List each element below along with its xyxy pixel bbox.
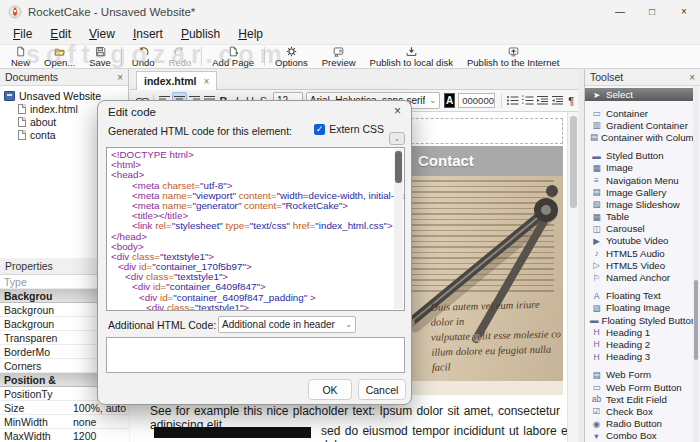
open-folder-icon: [53, 46, 66, 57]
toolset-scrollbar[interactable]: [693, 86, 699, 442]
toolbar-separator: [201, 47, 202, 66]
toolbar-redo-button[interactable]: Redo: [162, 45, 199, 68]
menu-view[interactable]: View: [80, 25, 124, 43]
menu-insert[interactable]: Insert: [124, 25, 172, 43]
toolset-item-heading-1[interactable]: H Heading 1: [585, 326, 693, 338]
text-color-swatch[interactable]: A: [444, 93, 455, 108]
maximize-button[interactable]: □: [636, 0, 668, 23]
floating-styled-button-icon: ▬: [590, 315, 599, 325]
toolset-item-styled-button[interactable]: ▬ Styled Button: [585, 150, 693, 162]
code-line: </head>: [111, 232, 392, 242]
checkbox-checked-icon[interactable]: ✓: [314, 124, 325, 135]
toolbar-options-button[interactable]: Options: [268, 45, 315, 68]
toolset-item-web-form[interactable]: ▤ Web Form: [585, 369, 693, 381]
pilcrow-button[interactable]: ¶: [565, 92, 578, 110]
tab-index-html[interactable]: index.html ×: [136, 71, 217, 90]
toolset-item-check-box[interactable]: ☑ Check Box: [585, 405, 693, 417]
menu-publish[interactable]: Publish: [172, 25, 229, 43]
toolset-item-named-anchor[interactable]: ⚐ Named Anchor: [585, 271, 693, 283]
toolbar-add-page-button[interactable]: Add Page: [205, 45, 261, 68]
minimize-button[interactable]: —: [604, 0, 636, 23]
numbered-list-icon: [521, 95, 534, 106]
additional-code-textarea[interactable]: [106, 337, 405, 373]
toolset-item-carousel[interactable]: ◫ Carousel: [585, 223, 693, 235]
redo-icon: [173, 46, 186, 57]
body-paragraph-line2[interactable]: sed do eiusmod tempor incididunt ut labo…: [321, 424, 571, 442]
toolbar-publish-internet-button[interactable]: Publish to the Internet: [460, 45, 566, 68]
toolset-item-navigation-menu[interactable]: ≡ Navigation Menu: [585, 174, 693, 186]
toolset-item-container-with-columns[interactable]: ▤ Container with Columns: [585, 131, 693, 143]
toolbar-open-button[interactable]: Open...: [37, 45, 82, 68]
additional-code-select[interactable]: Additional code in header ⌄: [218, 316, 356, 333]
tab-close-icon[interactable]: ×: [204, 76, 210, 87]
radio-button-icon: ◉: [590, 419, 603, 429]
bullet-list-button[interactable]: [505, 92, 520, 110]
youtube-video-icon: ▶: [590, 236, 603, 246]
generated-code-view[interactable]: <!DOCTYPE html><html><head><meta charset…: [106, 147, 405, 311]
gradient-container-icon: ▥: [590, 120, 603, 130]
extern-css-checkbox[interactable]: ✓ Extern CSS: [314, 123, 384, 135]
property-row[interactable]: MinWidth none: [0, 415, 129, 429]
toolset-item-image-slideshow[interactable]: ▧ Image Slideshow: [585, 198, 693, 210]
scrollbar-thumb[interactable]: [694, 280, 698, 360]
toolset-item-select[interactable]: ➤ Select: [585, 88, 693, 101]
numbered-list-button[interactable]: [520, 92, 535, 110]
dark-highlight-bar[interactable]: [154, 427, 311, 438]
documents-close-icon[interactable]: ×: [117, 72, 123, 83]
color-hex-field[interactable]: 000000: [458, 93, 495, 108]
code-scrollbar[interactable]: [394, 149, 403, 309]
toolset-item-floating-text[interactable]: A Floating Text: [585, 290, 693, 302]
heading2-icon: H: [590, 339, 603, 349]
menu-help[interactable]: Help: [229, 25, 272, 43]
code-options-mini-button[interactable]: ⌄: [389, 132, 405, 145]
property-row[interactable]: MaxWidth 1200: [0, 429, 129, 442]
toolbar-new-button[interactable]: New: [4, 45, 37, 68]
toolset-item-html5-video[interactable]: ▷ HTML5 Video: [585, 259, 693, 271]
toolbar-publish-local-button[interactable]: Publish to local disk: [363, 45, 460, 68]
scrollbar-thumb[interactable]: [395, 151, 402, 183]
web-form-button-icon: ▭: [590, 382, 603, 392]
toolset-item-floating-image[interactable]: ▨ Floating Image: [585, 302, 693, 314]
scrollbar-thumb[interactable]: [570, 116, 577, 208]
cancel-button[interactable]: Cancel: [358, 379, 406, 400]
container-icon: ▭: [590, 108, 603, 118]
toolset-item-combo-box[interactable]: ▾ Combo Box: [585, 430, 693, 442]
toolset-item-container[interactable]: ▭ Container: [585, 107, 693, 119]
toolset-item-radio-button[interactable]: ◉ Radio Button: [585, 418, 693, 430]
code-line: <div class="textstyle1">: [111, 303, 392, 311]
toolset-item-html5-audio[interactable]: ♪ HTML5 Audio: [585, 247, 693, 259]
panel-splitter[interactable]: [578, 69, 585, 442]
add-page-icon: [227, 46, 240, 57]
edit-code-dialog: Edit code × Generated HTML code for this…: [97, 100, 412, 405]
increase-indent-button[interactable]: [535, 92, 550, 110]
close-button[interactable]: ×: [668, 0, 700, 23]
toolset-item-youtube-video[interactable]: ▶ Youtube Video: [585, 235, 693, 247]
toolset-close-icon[interactable]: ×: [689, 72, 695, 83]
toolset-item-gradient-container[interactable]: ▥ Gradient Container: [585, 119, 693, 131]
container-columns-icon: ▤: [590, 132, 598, 142]
editor-vertical-scrollbar[interactable]: [567, 112, 578, 442]
toolset-item-heading-2[interactable]: H Heading 2: [585, 338, 693, 350]
toolset-item-image-gallery[interactable]: ▤ Image Gallery: [585, 186, 693, 198]
toolset-item-web-form-button[interactable]: ▭ Web Form Button: [585, 381, 693, 393]
toolset-item-image[interactable]: ▦ Image: [585, 162, 693, 174]
toolset-item-text-edit-field[interactable]: ab Text Edit Field: [585, 393, 693, 405]
toolbar-preview-button[interactable]: Preview: [315, 45, 363, 68]
dialog-close-icon[interactable]: ×: [394, 104, 401, 118]
menu-file[interactable]: File: [4, 25, 41, 43]
toolbar-save-button[interactable]: Save: [82, 45, 118, 68]
toolset-item-floating-styled-button[interactable]: ▬ Floating Styled Button: [585, 314, 693, 326]
named-anchor-icon: ⚐: [590, 273, 603, 283]
preview-icon: [332, 46, 345, 57]
heading3-icon: H: [590, 352, 603, 362]
toolset-item-heading-3[interactable]: H Heading 3: [585, 351, 693, 363]
dialog-title: Edit code: [108, 106, 156, 118]
website-icon: [4, 91, 15, 101]
menu-edit[interactable]: Edit: [41, 25, 80, 43]
undo-icon: [137, 46, 150, 57]
image-gallery-icon: ▤: [590, 187, 603, 197]
ok-button[interactable]: OK: [308, 379, 352, 400]
toolset-item-table[interactable]: ▦ Table: [585, 211, 693, 223]
toolbar-undo-button[interactable]: Undo: [125, 45, 162, 68]
decrease-indent-button[interactable]: [550, 92, 565, 110]
